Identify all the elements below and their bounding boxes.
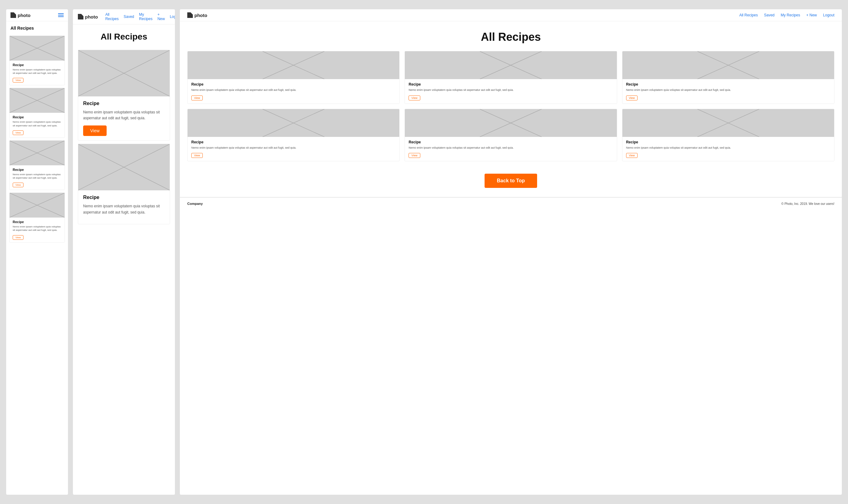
view-button[interactable]: View [13, 130, 23, 135]
recipe-card: Recipe Nemo enim ipsam voluptatem quia v… [9, 36, 65, 85]
nav-bar-desktop: photo All Recipes Saved My Recipes + New… [180, 9, 842, 21]
card-title: Recipe [13, 63, 61, 67]
card-text: Nemo enim ipsam voluptatem quia voluptas… [13, 120, 61, 127]
page-title-mobile: All Recipes [6, 21, 68, 33]
view-button[interactable]: View [626, 95, 637, 101]
card-text: Nemo enim ipsam voluptatem quia voluptas… [83, 203, 165, 215]
card-body: Recipe Nemo enim ipsam voluptatem quia v… [10, 218, 65, 242]
card-title: Recipe [191, 82, 396, 87]
card-title: Recipe [83, 101, 165, 106]
card-title: Recipe [13, 168, 61, 172]
view-button[interactable]: View [13, 78, 23, 83]
card-text: Nemo enim ipsam voluptatem quia voluptas… [13, 225, 61, 232]
logo-icon [78, 14, 84, 19]
nav-all-recipes[interactable]: All Recipes [105, 12, 119, 21]
recipe-image-placeholder [10, 141, 65, 165]
recipe-image-placeholder [10, 193, 65, 218]
card-text: Nemo enim ipsam voluptatem quia voluptas… [409, 88, 613, 92]
view-button[interactable]: View [409, 95, 420, 101]
recipe-image-placeholder [10, 88, 65, 113]
recipe-card-large: Recipe Nemo enim ipsam voluptatem quia v… [78, 50, 170, 141]
card-text: Nemo enim ipsam voluptatem quia voluptas… [626, 146, 830, 150]
card-body: Recipe Nemo enim ipsam voluptatem quia v… [623, 137, 834, 161]
nav-saved[interactable]: Saved [124, 15, 134, 19]
card-text: Nemo enim ipsam voluptatem quia voluptas… [409, 146, 613, 150]
card-title: Recipe [626, 140, 830, 144]
logo-text: photo [18, 13, 31, 18]
card-body: Recipe Nemo enim ipsam voluptatem quia v… [78, 190, 170, 224]
view-button[interactable]: View [626, 153, 637, 158]
recipe-card-grid: Recipe Nemo enim ipsam voluptatem quia v… [187, 109, 400, 162]
page-heading-tablet: All Recipes [73, 24, 175, 47]
recipe-image-placeholder [405, 51, 616, 79]
nav-all-recipes-desktop[interactable]: All Recipes [739, 13, 758, 17]
card-title: Recipe [83, 195, 165, 200]
view-button[interactable]: View [191, 153, 203, 158]
panel-tablet: photo All Recipes Saved My Recipes + New… [73, 9, 175, 495]
recipe-image-placeholder [623, 51, 834, 79]
nav-new-desktop[interactable]: + New [806, 13, 817, 17]
recipe-card-large: Recipe Nemo enim ipsam voluptatem quia v… [78, 144, 170, 224]
card-text: Nemo enim ipsam voluptatem quia voluptas… [13, 68, 61, 75]
logo-text: photo [194, 13, 208, 18]
nav-bar-tablet: photo All Recipes Saved My Recipes + New… [73, 9, 175, 24]
view-button[interactable]: View [13, 235, 23, 240]
nav-links-desktop: All Recipes Saved My Recipes + New Logou… [739, 13, 834, 17]
nav-logout[interactable]: Logout [170, 15, 175, 19]
card-text: Nemo enim ipsam voluptatem quia voluptas… [13, 173, 61, 180]
back-to-top-button[interactable]: Back to Top [485, 174, 537, 188]
nav-saved-desktop[interactable]: Saved [764, 13, 774, 17]
footer: Company © Photo, Inc. 2019. We love our … [180, 197, 842, 210]
card-body: Recipe Nemo enim ipsam voluptatem quia v… [10, 165, 65, 190]
logo-icon [11, 12, 16, 18]
view-button[interactable]: View [409, 153, 420, 158]
recipe-image-placeholder [78, 50, 170, 96]
logo-mobile: photo [11, 12, 31, 18]
recipe-card-grid: Recipe Nemo enim ipsam voluptatem quia v… [404, 109, 617, 162]
recipe-image-placeholder [623, 109, 834, 137]
recipe-image-placeholder [187, 51, 399, 79]
card-title: Recipe [409, 82, 613, 87]
logo-text: photo [85, 14, 98, 19]
card-body: Recipe Nemo enim ipsam voluptatem quia v… [187, 137, 399, 161]
nav-my-recipes-desktop[interactable]: My Recipes [781, 13, 800, 17]
view-button[interactable]: View [191, 95, 203, 101]
nav-logout-desktop[interactable]: Logout [823, 13, 834, 17]
card-text: Nemo enim ipsam voluptatem quia voluptas… [626, 88, 830, 92]
nav-my-recipes[interactable]: My Recipes [139, 12, 152, 21]
view-button-filled[interactable]: View [83, 125, 107, 136]
card-title: Recipe [13, 115, 61, 119]
nav-bar-mobile: photo [6, 9, 68, 21]
recipe-card-grid: Recipe Nemo enim ipsam voluptatem quia v… [404, 51, 617, 104]
card-title: Recipe [409, 140, 613, 144]
logo-tablet: photo [78, 14, 98, 19]
card-body: Recipe Nemo enim ipsam voluptatem quia v… [623, 79, 834, 104]
logo-icon [187, 12, 193, 18]
card-body: Recipe Nemo enim ipsam voluptatem quia v… [405, 79, 616, 104]
logo-desktop: photo [187, 12, 208, 18]
nav-new[interactable]: + New [157, 12, 165, 21]
recipe-card: Recipe Nemo enim ipsam voluptatem quia v… [9, 140, 65, 190]
card-body: Recipe Nemo enim ipsam voluptatem quia v… [187, 79, 399, 104]
card-body: Recipe Nemo enim ipsam voluptatem quia v… [10, 60, 65, 85]
back-to-top-container: Back to Top [180, 167, 842, 197]
card-title: Recipe [626, 82, 830, 87]
hamburger-menu-icon[interactable] [58, 13, 64, 17]
recipe-image-placeholder [187, 109, 399, 137]
view-button[interactable]: View [13, 183, 23, 187]
page-heading-desktop: All Recipes [180, 21, 842, 51]
card-body: Recipe Nemo enim ipsam voluptatem quia v… [10, 113, 65, 137]
recipe-card-grid: Recipe Nemo enim ipsam voluptatem quia v… [622, 51, 834, 104]
footer-company: Company [187, 202, 203, 205]
card-text: Nemo enim ipsam voluptatem quia voluptas… [83, 109, 165, 121]
panel-desktop: photo All Recipes Saved My Recipes + New… [180, 9, 842, 495]
recipe-image-placeholder [78, 144, 170, 190]
recipe-card-grid: Recipe Nemo enim ipsam voluptatem quia v… [622, 109, 834, 162]
footer-copyright: © Photo, Inc. 2019. We love our users! [781, 202, 834, 205]
card-text: Nemo enim ipsam voluptatem quia voluptas… [191, 88, 396, 92]
recipe-image-placeholder [10, 36, 65, 60]
card-title: Recipe [191, 140, 396, 144]
card-body: Recipe Nemo enim ipsam voluptatem quia v… [78, 96, 170, 140]
card-text: Nemo enim ipsam voluptatem quia voluptas… [191, 146, 396, 150]
recipes-grid: Recipe Nemo enim ipsam voluptatem quia v… [180, 51, 842, 167]
